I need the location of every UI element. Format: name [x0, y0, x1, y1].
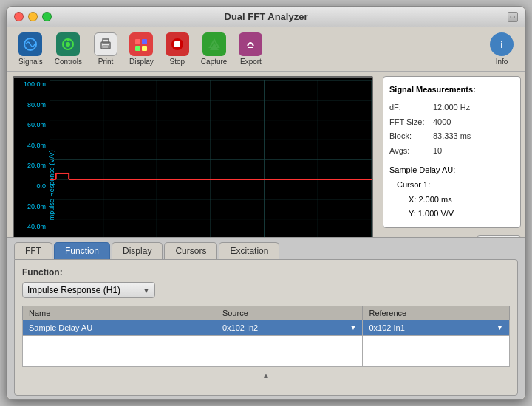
meas-block-val: 83.333 ms — [433, 129, 471, 144]
function-dropdown-row: Impulse Response (H1) ▼ — [22, 282, 510, 298]
function-label: Function: — [22, 267, 510, 278]
reference-dropdown-arrow[interactable]: ▼ — [497, 324, 503, 331]
svg-point-15 — [245, 38, 256, 50]
y-label-6: -20.0m — [16, 203, 48, 210]
cursor-values: X: 2.000 ms Y: 1.000 V/V — [397, 193, 514, 222]
cursor-label: Cursor 1: — [397, 178, 514, 193]
svg-point-2 — [66, 42, 70, 47]
cursor-section: Cursor 1: X: 2.000 ms Y: 1.000 V/V — [389, 178, 514, 221]
empty-cell-3 — [363, 336, 510, 351]
measurements-box: Signal Measurements: dF: 12.000 Hz FFT S… — [383, 76, 521, 228]
y-label-1: 80.0m — [16, 101, 48, 109]
y-label-2: 60.0m — [16, 121, 48, 128]
title-bar-buttons — [14, 12, 52, 21]
signals-icon — [18, 32, 42, 56]
meas-fft-val: 4000 — [433, 115, 451, 130]
bottom-panel: FFT Function Display Cursors Excitation … — [7, 237, 525, 399]
meas-avgs-key: Avgs: — [389, 144, 430, 159]
scroll-indicator: ▲ — [22, 371, 510, 379]
print-label: Print — [98, 58, 114, 66]
stop-icon — [166, 32, 189, 56]
meas-section2: Sample Delay AU: Cursor 1: X: 2.000 ms Y… — [389, 163, 514, 221]
info-icon: i — [490, 32, 514, 56]
tab-display[interactable]: Display — [112, 242, 163, 259]
function-dropdown[interactable]: Impulse Response (H1) ▼ — [22, 282, 155, 298]
col-header-reference: Reference — [363, 306, 510, 320]
title-bar-right: ▭ — [508, 12, 518, 22]
tab-cursors[interactable]: Cursors — [164, 242, 217, 259]
table-row[interactable]: Sample Delay AU 0x102 In2 ▼ 0x102 In1 ▼ — [23, 320, 510, 336]
row-reference-cell: 0x102 In1 ▼ — [363, 320, 510, 336]
info-label: Info — [496, 58, 508, 66]
svg-text:i: i — [500, 39, 503, 50]
capture-button[interactable]: Capture — [197, 30, 232, 68]
empty-cell-2 — [216, 336, 363, 351]
empty-cell-4 — [23, 351, 216, 367]
meas-block-key: Block: — [389, 129, 430, 144]
display-label: Display — [129, 58, 154, 66]
display-icon — [129, 32, 153, 56]
meas-row-block: Block: 83.333 ms — [389, 129, 514, 144]
capture-icon — [202, 32, 226, 56]
window-title: Dual FFT Analyzer — [225, 11, 308, 22]
meas-avgs-val: 10 — [433, 144, 442, 159]
meas-row-avgs: Avgs: 10 — [389, 144, 514, 159]
empty-cell-1 — [23, 336, 216, 351]
svg-rect-10 — [142, 46, 147, 51]
svg-rect-12 — [174, 41, 180, 47]
y-label-0: 100.0m — [16, 80, 48, 88]
print-button[interactable]: Print — [89, 30, 122, 68]
empty-cell-5 — [216, 351, 363, 367]
minimize-button[interactable] — [28, 12, 38, 21]
controls-icon — [56, 32, 80, 56]
export-icon — [239, 32, 262, 56]
tab-content-function: Function: Impulse Response (H1) ▼ Name S… — [14, 259, 518, 396]
meas-row-df: dF: 12.000 Hz — [389, 100, 514, 115]
signals-label: Signals — [18, 58, 43, 66]
maximize-button[interactable] — [42, 12, 52, 21]
function-dropdown-value: Impulse Response (H1) — [27, 285, 120, 295]
main-window: Dual FFT Analyzer ▭ Signals Controls Pri… — [6, 6, 526, 400]
info-button[interactable]: i Info — [485, 30, 518, 68]
export-button[interactable]: Export — [234, 30, 267, 68]
y-label-3: 40.0m — [16, 142, 48, 149]
print-icon — [94, 32, 117, 56]
y-label-7: -40.0m — [16, 223, 48, 230]
source-dropdown-arrow[interactable]: ▼ — [350, 324, 357, 331]
y-label-4: 20.0m — [16, 162, 48, 169]
empty-cell-6 — [363, 351, 510, 367]
measurements-title: Signal Measurements: — [389, 83, 514, 97]
capture-label: Capture — [201, 58, 228, 66]
close-button[interactable] — [14, 12, 24, 21]
svg-rect-7 — [135, 39, 140, 44]
tab-excitation[interactable]: Excitation — [219, 242, 279, 259]
tabs-row: FFT Function Display Cursors Excitation — [7, 238, 525, 259]
svg-rect-8 — [142, 39, 147, 44]
signals-button[interactable]: Signals — [14, 30, 47, 68]
stop-button[interactable]: Stop — [161, 30, 194, 68]
table-empty-row-1 — [23, 336, 510, 351]
scroll-up-icon[interactable]: ▲ — [262, 371, 270, 379]
tab-function[interactable]: Function — [54, 242, 110, 259]
col-header-name: Name — [23, 306, 216, 320]
tab-fft[interactable]: FFT — [14, 242, 52, 259]
svg-rect-5 — [103, 39, 109, 43]
export-label: Export — [240, 58, 262, 66]
row-source-cell: 0x102 In2 ▼ — [216, 320, 363, 336]
meas-df-val: 12.000 Hz — [433, 100, 470, 115]
controls-button[interactable]: Controls — [50, 30, 86, 68]
table-empty-row-2 — [23, 351, 510, 367]
function-table: Name Source Reference Sample Delay AU 0x… — [22, 306, 510, 367]
y-label-5: 0.0 — [16, 182, 48, 190]
stop-label: Stop — [170, 58, 185, 66]
svg-rect-9 — [135, 46, 140, 51]
section2-title: Sample Delay AU: — [389, 163, 514, 178]
row-source-value: 0x102 In2 — [222, 323, 258, 332]
row-name-cell: Sample Delay AU — [23, 320, 216, 336]
toolbar: Signals Controls Print Display Stop — [7, 27, 525, 72]
row-reference-value: 0x102 In1 — [369, 323, 404, 332]
meas-fft-key: FFT Size: — [389, 115, 430, 130]
resize-icon[interactable]: ▭ — [508, 12, 518, 22]
title-bar: Dual FFT Analyzer ▭ — [7, 7, 525, 27]
display-button[interactable]: Display — [125, 30, 158, 68]
